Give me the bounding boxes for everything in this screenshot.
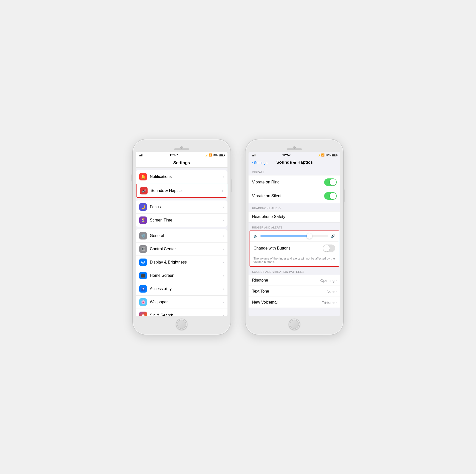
accessibility-row[interactable]: ♿ Accessibility › — [136, 282, 227, 296]
sounds-haptics-title: Sounds & Haptics — [268, 160, 322, 165]
control-center-icon: 🎛️ — [139, 245, 147, 253]
screen-time-chevron: › — [223, 218, 224, 222]
display-brightness-row[interactable]: AA Display & Brightness › — [136, 256, 227, 269]
settings-group-1: 🔔 Notifications › 🔊 Sounds & Haptics › — [136, 170, 227, 198]
wallpaper-icon: 🌸 — [139, 298, 147, 306]
battery-pct: 89% — [213, 154, 218, 156]
moon-icon: 🌙 — [204, 154, 207, 156]
change-with-buttons-row: Change with Buttons — [250, 241, 339, 255]
vibrate-silent-row: Vibrate on Silent — [249, 189, 340, 203]
control-center-row[interactable]: 🎛️ Control Center › — [136, 243, 227, 256]
headphone-safety-row[interactable]: Headphone Safety › — [249, 211, 340, 222]
notifications-row[interactable]: 🔔 Notifications › — [136, 170, 227, 183]
vibrate-silent-toggle[interactable] — [324, 192, 337, 200]
home-screen-label: Home Screen — [150, 273, 223, 278]
text-tone-value: Note — [327, 289, 335, 294]
siri-icon: ◉ — [139, 312, 147, 316]
accessibility-label: Accessibility — [150, 287, 223, 291]
signal-bars — [139, 154, 143, 156]
screen-left: 12:57 🌙 📶 89% Settings 🔔 Notifica — [136, 152, 227, 316]
phone1: 12:57 🌙 📶 89% Settings 🔔 Notifica — [133, 139, 230, 335]
wallpaper-row[interactable]: 🌸 Wallpaper › — [136, 296, 227, 309]
speaker-right — [287, 148, 302, 150]
ringer-slider-track[interactable] — [260, 235, 328, 236]
headphone-label: HEADPHONE AUDIO — [249, 203, 340, 211]
focus-label: Focus — [150, 205, 223, 209]
vibrate-ring-toggle[interactable] — [324, 178, 337, 186]
vibrate-label: VIBRATE — [249, 167, 340, 175]
display-brightness-chevron: › — [223, 260, 224, 264]
scene: 12:57 🌙 📶 89% Settings 🔔 Notifica — [133, 139, 343, 335]
home-button-left[interactable] — [176, 319, 187, 330]
ringer-slider-thumb — [307, 233, 312, 239]
notifications-label: Notifications — [150, 174, 223, 179]
vibrate-silent-knob — [330, 193, 336, 199]
change-with-buttons-toggle[interactable] — [323, 245, 335, 252]
phone2: 12:57 🌙 📶 89% ‹ Settings Sounds & Haptic… — [246, 139, 343, 335]
sounds-patterns-group: Ringtone Opening › Text Tone Note › New … — [249, 275, 340, 308]
focus-row[interactable]: 🌙 Focus › — [136, 200, 227, 214]
siri-chevron: › — [223, 313, 224, 316]
status-time-left: 12:57 — [170, 153, 178, 157]
wallpaper-chevron: › — [223, 300, 224, 304]
general-label: General — [150, 233, 223, 238]
status-right-right: 🌙 📶 89% — [317, 153, 337, 157]
settings-title: Settings — [173, 160, 190, 165]
camera-right — [293, 146, 296, 149]
vibrate-section: VIBRATE Vibrate on Ring Vibrate on Silen… — [249, 167, 340, 203]
sounds-haptics-row[interactable]: 🔊 Sounds & Haptics › — [136, 184, 227, 198]
text-tone-row[interactable]: Text Tone Note › — [249, 286, 340, 297]
change-with-buttons-knob — [323, 245, 330, 252]
speaker — [174, 148, 189, 150]
headphone-group: Headphone Safety › — [249, 211, 340, 222]
status-signal-right — [252, 154, 256, 156]
headphone-safety-chevron: › — [335, 215, 337, 219]
home-screen-chevron: › — [223, 274, 224, 278]
sounds-patterns-label: SOUNDS AND VIBRATION PATTERNS — [249, 267, 340, 275]
phone-top-right — [249, 142, 340, 152]
volume-low-icon: 🔈 — [254, 234, 258, 238]
phone-bottom-left — [176, 316, 187, 332]
new-voicemail-value: Tri-tone — [322, 300, 334, 305]
home-button-right[interactable] — [289, 319, 300, 330]
general-chevron: › — [223, 234, 224, 238]
vibrate-ring-knob — [330, 179, 336, 185]
ringer-group: 🔈 🔊 Change with Buttons — [250, 230, 339, 267]
new-voicemail-row[interactable]: New Voicemail Tri-tone › — [249, 297, 340, 308]
sounds-chevron: › — [222, 189, 223, 193]
accessibility-icon: ♿ — [139, 285, 147, 293]
camera — [180, 146, 183, 149]
volume-high-icon: 🔊 — [331, 234, 335, 238]
back-label: Settings — [254, 160, 267, 165]
status-time-right: 12:57 — [282, 153, 291, 157]
siri-search-row[interactable]: ◉ Siri & Search › — [136, 309, 227, 316]
general-row[interactable]: ⚙️ General › — [136, 229, 227, 243]
status-signal — [139, 154, 143, 156]
ringer-slider-fill — [260, 235, 308, 236]
sounds-patterns-section: SOUNDS AND VIBRATION PATTERNS Ringtone O… — [249, 267, 340, 308]
ringtone-row[interactable]: Ringtone Opening › — [249, 275, 340, 286]
settings-group-2: 🌙 Focus › ⏳ Screen Time › — [136, 200, 227, 227]
ringer-section-label: RINGER AND ALERTS — [249, 222, 340, 230]
sounds-label: Sounds & Haptics — [151, 188, 222, 193]
screen-time-row[interactable]: ⏳ Screen Time › — [136, 214, 227, 227]
settings-header: Settings — [136, 158, 227, 168]
wifi-icon: 📶 — [208, 153, 212, 157]
home-button-inner-left — [177, 320, 186, 329]
headphone-safety-label: Headphone Safety — [252, 214, 335, 219]
wifi-icon-right: 📶 — [321, 153, 325, 157]
home-screen-row[interactable]: ⬛ Home Screen › — [136, 269, 227, 282]
headphone-section: HEADPHONE AUDIO Headphone Safety › — [249, 203, 340, 222]
side-button-left — [131, 174, 132, 181]
battery-icon — [219, 154, 224, 156]
vibrate-group: Vibrate on Ring Vibrate on Silent — [249, 175, 340, 203]
screen-time-label: Screen Time — [150, 218, 223, 222]
sounds-haptics-content: VIBRATE Vibrate on Ring Vibrate on Silen… — [249, 167, 340, 312]
new-voicemail-chevron: › — [335, 300, 337, 304]
accessibility-chevron: › — [223, 287, 224, 291]
back-button[interactable]: ‹ Settings — [252, 160, 268, 165]
display-brightness-label: Display & Brightness — [150, 260, 223, 265]
ringer-section: RINGER AND ALERTS 🔈 🔊 — [249, 222, 340, 267]
battery-pct-right: 89% — [326, 154, 331, 156]
vibrate-silent-label: Vibrate on Silent — [252, 194, 324, 198]
